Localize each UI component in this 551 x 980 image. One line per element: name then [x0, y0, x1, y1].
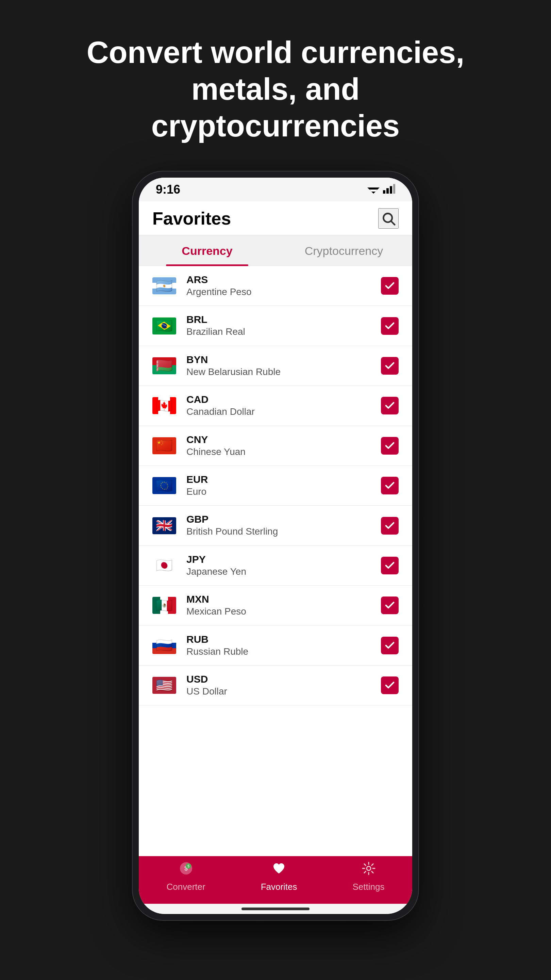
svg-rect-3	[383, 190, 385, 194]
checkbox-checked[interactable]	[381, 517, 399, 535]
nav-converter[interactable]: $ $ Converter	[166, 861, 205, 892]
phone-frame: 9:16	[133, 172, 418, 920]
currency-item[interactable]: 🇯🇵 JPY Japanese Yen	[139, 546, 412, 585]
checkbox-checked[interactable]	[381, 597, 399, 614]
currency-info: BYN New Belarusian Ruble	[186, 353, 381, 378]
settings-label: Settings	[353, 882, 385, 892]
currency-code: CNY	[186, 434, 381, 446]
favorites-label: Favorites	[261, 882, 297, 892]
currency-code: EUR	[186, 473, 381, 485]
currency-info: JPY Japanese Yen	[186, 553, 381, 578]
bottom-nav: $ $ Converter Favorites	[139, 856, 412, 904]
svg-text:$: $	[187, 864, 189, 868]
flag-brl: 🇧🇷	[152, 318, 176, 334]
tabs-bar: Currency Cryptocurrency	[139, 235, 412, 266]
currency-name: Chinese Yuan	[186, 446, 381, 458]
checkbox-checked[interactable]	[381, 437, 399, 455]
wifi-icon	[367, 184, 380, 195]
currency-name: Argentine Peso	[186, 286, 381, 298]
svg-point-13	[367, 866, 371, 870]
app-header: Favorites	[139, 202, 412, 235]
currency-item[interactable]: 🇦🇷 ARS Argentine Peso	[139, 266, 412, 306]
flag-mxn: 🇲🇽	[152, 597, 176, 614]
currency-code: RUB	[186, 633, 381, 646]
phone-screen: 9:16	[139, 178, 412, 914]
svg-line-8	[391, 221, 395, 224]
flag-usd: 🇺🇸	[152, 677, 176, 694]
currency-code: BRL	[186, 313, 381, 326]
currency-name: Mexican Peso	[186, 605, 381, 617]
currency-info: CNY Chinese Yuan	[186, 434, 381, 458]
currency-item[interactable]: 🇬🇧 GBP British Pound Sterling	[139, 506, 412, 546]
converter-label: Converter	[166, 882, 205, 892]
currency-info: ARS Argentine Peso	[186, 274, 381, 298]
app-title: Favorites	[152, 208, 231, 229]
currency-name: Russian Ruble	[186, 646, 381, 658]
search-button[interactable]	[378, 208, 399, 229]
currency-name: New Belarusian Ruble	[186, 366, 381, 378]
currency-info: GBP British Pound Sterling	[186, 513, 381, 538]
nav-favorites[interactable]: Favorites	[261, 861, 297, 892]
hero-headline: Convert world currencies, metals, and cr…	[37, 34, 514, 144]
status-bar: 9:16	[139, 178, 412, 202]
svg-rect-6	[393, 184, 395, 194]
currency-code: JPY	[186, 553, 381, 566]
currency-name: US Dollar	[186, 685, 381, 698]
currency-list: 🇦🇷 ARS Argentine Peso 🇧🇷 BRL Brazilian R…	[139, 266, 412, 856]
flag-gbp: 🇬🇧	[152, 517, 176, 534]
flag-rub: 🇷🇺	[152, 637, 176, 654]
flag-cad: 🇨🇦	[152, 397, 176, 414]
flag-ars: 🇦🇷	[152, 277, 176, 294]
currency-item[interactable]: 🇨🇳 CNY Chinese Yuan	[139, 426, 412, 466]
currency-item[interactable]: 🇷🇺 RUB Russian Ruble	[139, 626, 412, 666]
flag-byn: 🇧🇾	[152, 357, 176, 374]
currency-code: CAD	[186, 393, 381, 406]
currency-name: Brazilian Real	[186, 326, 381, 338]
currency-code: GBP	[186, 513, 381, 525]
currency-code: MXN	[186, 593, 381, 605]
currency-item[interactable]: 🇪🇺 EUR Euro	[139, 466, 412, 506]
tab-cryptocurrency[interactable]: Cryptocurrency	[275, 235, 412, 266]
favorites-icon	[272, 861, 286, 879]
svg-rect-4	[386, 188, 389, 194]
currency-item[interactable]: 🇨🇦 CAD Canadian Dollar	[139, 386, 412, 426]
currency-info: CAD Canadian Dollar	[186, 393, 381, 418]
status-icons	[367, 184, 395, 195]
currency-name: Euro	[186, 485, 381, 498]
currency-info: RUB Russian Ruble	[186, 633, 381, 658]
currency-info: MXN Mexican Peso	[186, 593, 381, 617]
checkbox-checked[interactable]	[381, 317, 399, 335]
currency-name: Canadian Dollar	[186, 406, 381, 418]
signal-icon	[383, 184, 395, 195]
checkbox-checked[interactable]	[381, 637, 399, 654]
checkbox-checked[interactable]	[381, 676, 399, 694]
svg-rect-5	[390, 186, 392, 194]
flag-cny: 🇨🇳	[152, 437, 176, 454]
currency-code: ARS	[186, 274, 381, 286]
flag-jpy: 🇯🇵	[152, 557, 176, 574]
tab-currency[interactable]: Currency	[139, 235, 275, 266]
status-time: 9:16	[156, 182, 180, 197]
currency-info: BRL Brazilian Real	[186, 313, 381, 338]
currency-item[interactable]: 🇺🇸 USD US Dollar	[139, 666, 412, 705]
settings-icon	[362, 861, 376, 879]
currency-item[interactable]: 🇧🇾 BYN New Belarusian Ruble	[139, 346, 412, 386]
currency-code: BYN	[186, 353, 381, 366]
flag-eur: 🇪🇺	[152, 477, 176, 494]
currency-code: USD	[186, 673, 381, 685]
checkbox-checked[interactable]	[381, 397, 399, 414]
currency-info: USD US Dollar	[186, 673, 381, 698]
currency-item[interactable]: 🇧🇷 BRL Brazilian Real	[139, 306, 412, 346]
currency-info: EUR Euro	[186, 473, 381, 498]
svg-marker-2	[372, 192, 375, 194]
nav-settings[interactable]: Settings	[353, 861, 385, 892]
checkbox-checked[interactable]	[381, 557, 399, 574]
checkbox-checked[interactable]	[381, 357, 399, 375]
currency-item[interactable]: 🇲🇽 MXN Mexican Peso	[139, 585, 412, 625]
checkbox-checked[interactable]	[381, 477, 399, 495]
checkbox-checked[interactable]	[381, 277, 399, 295]
home-indicator	[139, 904, 412, 914]
currency-name: Japanese Yen	[186, 566, 381, 578]
converter-icon: $ $	[179, 861, 193, 879]
currency-name: British Pound Sterling	[186, 525, 381, 538]
